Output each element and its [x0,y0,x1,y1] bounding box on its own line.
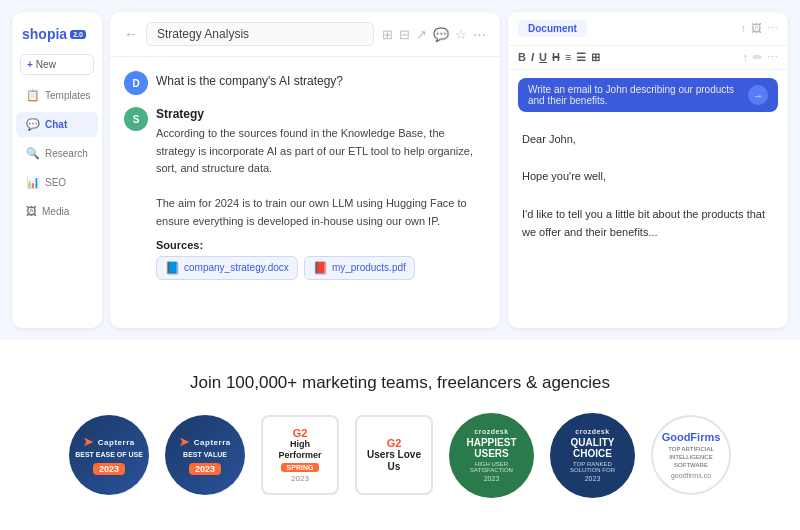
toolbar-formatting: B I U H ≡ ☰ ⊞ [518,51,600,64]
g2-logo-1: G2 [293,427,308,439]
ai-prompt-text: Write an email to John describing our pr… [528,84,740,106]
source-label-strategy: company_strategy.docx [184,262,289,273]
chat-icon: 💬 [26,118,40,131]
strikethrough-button[interactable]: H [552,51,560,64]
happiest-year: 2023 [484,475,500,482]
sidebar-label-chat: Chat [45,119,67,130]
quality-title: QUALITY CHOICE [558,437,627,459]
source-chips: 📘 company_strategy.docx 📕 my_products.pd… [156,256,486,280]
app-container: shopia 2.0 + New 📋 Templates 💬 Chat 🔍 Re… [0,0,800,340]
more-icon[interactable]: ⋯ [473,27,486,42]
capterra-arrow-icon-1: ➤ [83,435,94,449]
doc-header-icons: ↑ 🖼 ⋯ [741,22,779,35]
capterra-year-1: 2023 [93,463,125,475]
bottom-section: Join 100,000+ marketing teams, freelance… [0,340,800,530]
italic-button[interactable]: I [531,51,534,64]
sidebar: shopia 2.0 + New 📋 Templates 💬 Chat 🔍 Re… [12,12,102,328]
goodfirms-logo: GoodFirms [662,431,721,443]
capterra-label-1: BEST EASE OF USE [75,451,143,459]
doc-line-1: Dear John, [522,130,774,149]
share-icon[interactable]: ↗ [416,27,427,42]
doc-line-3: I'd like to tell you a little bit about … [522,205,774,242]
research-icon: 🔍 [26,147,40,160]
list-button[interactable]: ☰ [576,51,586,64]
image-icon[interactable]: 🖼 [751,22,762,35]
pdf-doc-icon: 📕 [313,261,328,275]
document-content: Dear John, Hope you're well, I'd like to… [508,120,788,328]
sidebar-label-media: Media [42,206,69,217]
ai-prompt-bar: Write an email to John describing our pr… [518,78,778,112]
sidebar-label-templates: Templates [45,90,91,101]
bold-button[interactable]: B [518,51,526,64]
badge-happiest-users: crozdesk HAPPIEST USERS HIGH USER SATISF… [449,413,534,498]
capterra-logo-2: ➤ Capterra [179,435,230,449]
doc-line-2: Hope you're well, [522,167,774,186]
g2-title: High Performer [269,439,331,461]
user-message-content: What is the company's AI strategy? [156,71,486,89]
comment-icon[interactable]: 💬 [433,27,449,42]
app-logo: shopia 2.0 [12,22,102,50]
ai-avatar: S [124,107,148,131]
quality-brand: crozdesk [575,428,609,435]
badges-row: ➤ Capterra BEST EASE OF USE 2023 ➤ Capte… [69,413,731,498]
badge-g2-performer: G2 High Performer SPRING 2023 [261,415,339,495]
grid-icon[interactable]: ⊞ [382,27,393,42]
g2-logo-2: G2 [387,437,402,449]
star-icon[interactable]: ☆ [455,27,467,42]
user-avatar: D [124,71,148,95]
quality-subtitle: TOP RANKED SOLUTION FOR [558,461,627,473]
sidebar-item-media[interactable]: 🖼 Media [16,199,98,223]
list-button-2[interactable]: ⊞ [591,51,600,64]
sidebar-item-chat[interactable]: 💬 Chat [16,112,98,137]
happiest-brand: crozdesk [474,428,508,435]
layout-icon[interactable]: ⊟ [399,27,410,42]
source-label-products: my_products.pdf [332,262,406,273]
badge-users-love: G2 Users Love Us [355,415,433,495]
g2-season: SPRING [281,463,320,472]
share-doc-icon[interactable]: ↑ [743,51,749,64]
ai-send-button[interactable]: → [748,85,768,105]
sidebar-item-research[interactable]: 🔍 Research [16,141,98,166]
toolbar-more-icon[interactable]: ⋯ [767,51,778,64]
happiest-title: HAPPIEST USERS [457,437,526,459]
doc-more-icon[interactable]: ⋯ [767,22,778,35]
document-tab[interactable]: Document [518,20,587,37]
capterra-brand-1: Capterra [98,438,135,447]
upload-icon[interactable]: ↑ [741,22,747,35]
join-text: Join 100,000+ marketing teams, freelance… [190,373,610,393]
answer-title: Strategy [156,107,486,121]
seo-icon: 📊 [26,176,40,189]
chat-title-input[interactable] [146,22,374,46]
ai-message: S Strategy According to the sources foun… [124,107,486,280]
align-left-button[interactable]: ≡ [565,51,571,64]
logo-text: shopia [22,26,67,42]
chat-header: ← ⊞ ⊟ ↗ 💬 ☆ ⋯ [110,12,500,57]
sidebar-item-seo[interactable]: 📊 SEO [16,170,98,195]
ai-message-content: Strategy According to the sources found … [156,107,486,280]
toolbar-actions: ↑ ✏ ⋯ [743,51,779,64]
edit-icon[interactable]: ✏ [753,51,762,64]
badge-quality-choice: crozdesk QUALITY CHOICE TOP RANKED SOLUT… [550,413,635,498]
g2-year: 2023 [291,474,309,483]
user-question-text: What is the company's AI strategy? [156,74,343,88]
new-button[interactable]: + New [20,54,94,75]
capterra-brand-2: Capterra [194,438,231,447]
back-button[interactable]: ← [124,26,138,42]
goodfirms-sub: goodfirms.co [671,472,711,479]
sidebar-item-templates[interactable]: 📋 Templates [16,83,98,108]
templates-icon: 📋 [26,89,40,102]
badge-capterra-value: ➤ Capterra BEST VALUE 2023 [165,415,245,495]
source-chip-strategy[interactable]: 📘 company_strategy.docx [156,256,298,280]
new-label: New [36,59,56,70]
media-icon: 🖼 [26,205,37,217]
user-message: D What is the company's AI strategy? [124,71,486,95]
capterra-label-2: BEST VALUE [183,451,227,459]
source-chip-products[interactable]: 📕 my_products.pdf [304,256,415,280]
underline-button[interactable]: U [539,51,547,64]
plus-icon: + [27,59,33,70]
document-panel: Document ↑ 🖼 ⋯ B I U H ≡ ☰ ⊞ [508,12,788,328]
sources-label: Sources: [156,239,486,251]
badge-capterra-ease: ➤ Capterra BEST EASE OF USE 2023 [69,415,149,495]
doc-toolbar: B I U H ≡ ☰ ⊞ ↑ ✏ ⋯ [508,46,788,70]
answer-body: According to the sources found in the Kn… [156,125,486,231]
